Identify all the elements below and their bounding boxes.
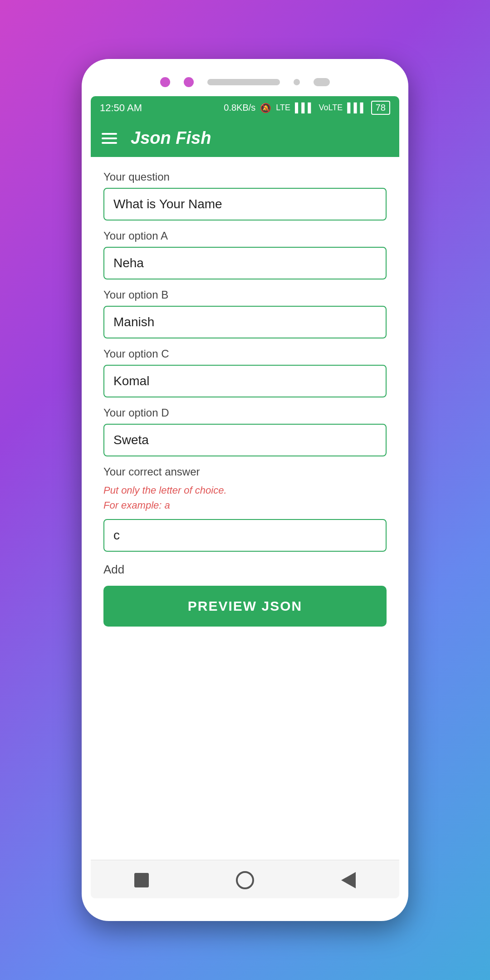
battery-label: 78: [371, 101, 390, 115]
camera-dot-right: [184, 77, 194, 87]
camera-dot-left: [160, 77, 170, 87]
sensor-dot: [294, 79, 300, 85]
option-a-label: Your option A: [103, 230, 387, 242]
phone-screen: 12:50 AM 0.8KB/s 🔕 LTE ▌▌▌ VoLTE ▌▌▌ 78 …: [91, 96, 399, 898]
volte-icon: VoLTE: [319, 103, 343, 113]
nav-recent-apps-button[interactable]: [134, 873, 149, 887]
option-a-input[interactable]: [103, 247, 387, 279]
network-speed: 0.8KB/s: [224, 103, 255, 113]
signal-icon: ▌▌▌: [295, 103, 314, 113]
question-input[interactable]: [103, 188, 387, 220]
bottom-nav-bar: [91, 860, 399, 898]
home-icon: [236, 871, 254, 889]
hamburger-menu-icon[interactable]: [102, 133, 117, 144]
correct-answer-input[interactable]: [103, 519, 387, 552]
back-icon: [341, 872, 356, 888]
correct-answer-hint: Put only the letter of choice. For examp…: [103, 483, 387, 513]
nav-back-button[interactable]: [341, 872, 356, 888]
option-c-label: Your option C: [103, 348, 387, 360]
mute-icon: 🔕: [260, 103, 271, 113]
signal-icon-2: ▌▌▌: [347, 103, 367, 113]
option-d-input[interactable]: [103, 424, 387, 456]
status-time: 12:50 AM: [100, 102, 142, 114]
app-title: Json Fish: [131, 128, 211, 148]
preview-json-button[interactable]: PREVIEW JSON: [103, 586, 387, 627]
main-content: Your question Your option A Your option …: [91, 157, 399, 860]
option-c-input[interactable]: [103, 365, 387, 397]
lte-icon: LTE: [276, 103, 290, 113]
option-b-input[interactable]: [103, 306, 387, 338]
app-bar: Json Fish: [91, 119, 399, 157]
speaker-bar: [207, 79, 280, 85]
question-label: Your question: [103, 171, 387, 183]
nav-home-button[interactable]: [236, 871, 254, 889]
option-d-label: Your option D: [103, 407, 387, 419]
add-label: Add: [103, 563, 387, 577]
power-button: [314, 78, 330, 86]
option-b-label: Your option B: [103, 289, 387, 301]
phone-camera-bar: [91, 73, 399, 96]
recent-apps-icon: [134, 873, 149, 887]
status-right: 0.8KB/s 🔕 LTE ▌▌▌ VoLTE ▌▌▌ 78: [224, 101, 390, 115]
status-bar: 12:50 AM 0.8KB/s 🔕 LTE ▌▌▌ VoLTE ▌▌▌ 78: [91, 96, 399, 119]
correct-answer-label: Your correct answer: [103, 466, 387, 478]
